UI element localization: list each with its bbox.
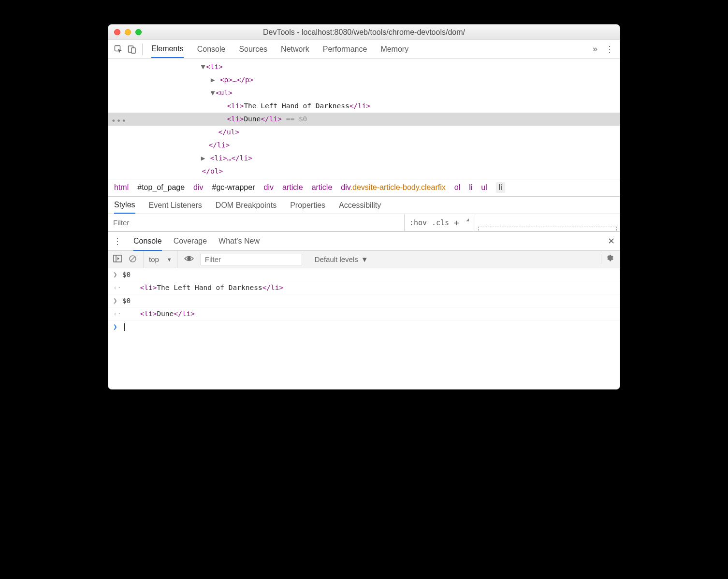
tree-node[interactable]: <li>	[206, 63, 223, 71]
crumb-div[interactable]: div	[264, 183, 274, 192]
tab-memory[interactable]: Memory	[380, 41, 408, 58]
console-output-row: ‹· <li>The Left Hand of Darkness</li>	[108, 281, 620, 294]
console-input-row: ❯ $0	[108, 268, 620, 281]
console-sidebar-toggle-icon[interactable]	[113, 255, 122, 264]
tree-node[interactable]: <li>	[227, 102, 244, 110]
computed-box-model	[475, 214, 620, 231]
console-toolbar: top ▼ Default levels ▼	[108, 251, 620, 268]
crumb-gc-wrapper[interactable]: #gc-wrapper	[212, 183, 255, 192]
styles-filter-input[interactable]	[108, 214, 404, 231]
inspect-icon[interactable]	[113, 45, 124, 54]
svg-rect-2	[131, 48, 135, 53]
crumb-html[interactable]: html	[114, 183, 129, 192]
console-output-row: ‹· <li>Dune</li>	[108, 307, 620, 320]
drawer-tab-console[interactable]: Console	[133, 232, 162, 251]
tab-properties[interactable]: Properties	[290, 201, 325, 210]
crumb-li[interactable]: li	[469, 183, 472, 192]
device-toggle-icon[interactable]	[127, 45, 137, 54]
tab-performance[interactable]: Performance	[323, 41, 367, 58]
crumb-div-class[interactable]: div.devsite-article-body.clearfix	[341, 183, 445, 192]
selected-node[interactable]: ••• <li>Dune</li> == $0	[108, 113, 620, 126]
drawer-tab-whatsnew[interactable]: What's New	[218, 237, 260, 246]
input-prompt-icon: ❯	[113, 271, 117, 278]
settings-menu-icon[interactable]: ⋮	[605, 44, 614, 55]
tree-node[interactable]: </ul>	[218, 128, 239, 136]
console-settings-icon[interactable]	[601, 254, 615, 264]
tree-node[interactable]: </li>	[208, 141, 230, 149]
live-expression-icon[interactable]	[184, 255, 194, 263]
output-prompt-icon: ‹·	[113, 284, 121, 291]
dom-tree[interactable]: ▼<li> ▶ <p>…</p> ▼<ul> <li>The Left Hand…	[108, 58, 620, 179]
chevron-down-icon: ▼	[167, 257, 172, 262]
breadcrumb[interactable]: html #top_of_page div #gc-wrapper div ar…	[108, 179, 620, 197]
tab-event-listeners[interactable]: Event Listeners	[149, 201, 202, 210]
crumb-ul[interactable]: ul	[481, 183, 487, 192]
console-output[interactable]: ❯ $0 ‹· <li>The Left Hand of Darkness</l…	[108, 268, 620, 389]
context-selector[interactable]: top ▼	[144, 251, 177, 268]
svg-point-5	[188, 257, 190, 260]
drawer-header: ⋮ Console Coverage What's New ✕	[108, 232, 620, 251]
tree-node[interactable]: <ul>	[216, 89, 233, 97]
devtools-window: DevTools - localhost:8080/web/tools/chro…	[108, 24, 620, 390]
styles-tabs: Styles Event Listeners DOM Breakpoints P…	[108, 197, 620, 214]
tab-dom-breakpoints[interactable]: DOM Breakpoints	[216, 201, 277, 210]
input-prompt-icon: ❯	[113, 297, 117, 304]
tab-styles[interactable]: Styles	[114, 197, 135, 214]
crumb-article[interactable]: article	[312, 183, 333, 192]
crumb-current[interactable]: li	[496, 182, 505, 193]
cls-toggle[interactable]: .cls	[432, 218, 449, 227]
main-toolbar: Elements Console Sources Network Perform…	[108, 40, 620, 58]
drawer-menu-icon[interactable]: ⋮	[113, 236, 122, 246]
tab-elements[interactable]: Elements	[151, 41, 184, 58]
new-style-rule-button[interactable]: +	[454, 217, 459, 228]
output-prompt-icon: ‹·	[113, 310, 121, 318]
console-prompt-row[interactable]: ❯	[108, 320, 620, 333]
more-tabs-icon[interactable]: »	[593, 44, 597, 54]
input-prompt-icon: ❯	[113, 323, 117, 331]
tab-console[interactable]: Console	[197, 41, 226, 58]
hov-toggle[interactable]: :hov	[409, 218, 427, 227]
clear-console-icon[interactable]	[129, 255, 137, 264]
node-actions-icon[interactable]: •••	[111, 115, 127, 128]
tab-sources[interactable]: Sources	[239, 41, 267, 58]
log-levels-selector[interactable]: Default levels ▼	[315, 255, 368, 263]
tree-node[interactable]: <p>…</p>	[220, 76, 254, 84]
drawer-tab-coverage[interactable]: Coverage	[174, 237, 207, 246]
console-filter-input[interactable]	[201, 254, 302, 265]
crumb-div[interactable]: div	[193, 183, 203, 192]
window-title: DevTools - localhost:8080/web/tools/chro…	[108, 28, 620, 37]
chevron-down-icon: ▼	[361, 255, 368, 263]
tab-network[interactable]: Network	[281, 41, 309, 58]
console-input-row: ❯ $0	[108, 294, 620, 307]
titlebar: DevTools - localhost:8080/web/tools/chro…	[108, 25, 620, 40]
tab-accessibility[interactable]: Accessibility	[339, 201, 381, 210]
dollar-zero-ref: == $0	[282, 115, 307, 123]
tree-node[interactable]: <li>…</li>	[210, 154, 252, 162]
crumb-ol[interactable]: ol	[454, 183, 460, 192]
crumb-article[interactable]: article	[282, 183, 303, 192]
crumb-top[interactable]: #top_of_page	[137, 183, 185, 192]
tree-node[interactable]: </ol>	[202, 167, 223, 175]
styles-filter-row: :hov .cls +	[108, 214, 620, 232]
close-drawer-icon[interactable]: ✕	[608, 236, 615, 246]
